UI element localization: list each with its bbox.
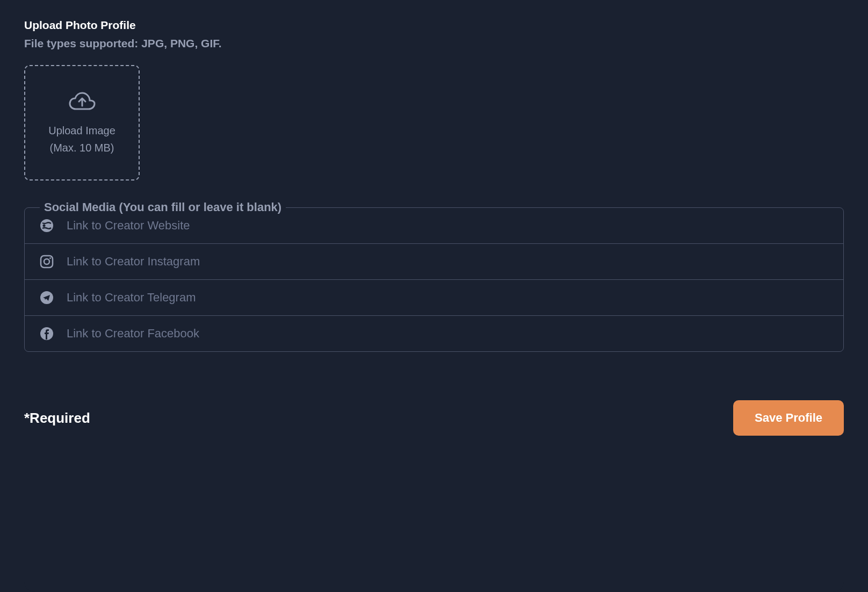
cloud-upload-icon [68,90,96,112]
telegram-input[interactable] [67,291,828,305]
svg-point-0 [40,219,53,232]
social-media-legend: Social Media (You can fill or leave it b… [40,200,286,214]
upload-image-box[interactable]: Upload Image (Max. 10 MB) [24,65,140,181]
globe-icon [40,219,54,233]
footer: *Required Save Profile [24,400,844,436]
facebook-row [25,316,843,351]
upload-heading: Upload Photo Profile [24,19,844,32]
required-label: *Required [24,410,90,427]
facebook-icon [40,327,54,341]
instagram-row [25,244,843,280]
telegram-icon [40,291,54,305]
svg-rect-2 [41,256,53,268]
telegram-row [25,280,843,316]
instagram-icon [40,255,54,269]
instagram-input[interactable] [67,255,828,269]
svg-point-1 [43,225,46,227]
social-media-fieldset: Social Media (You can fill or leave it b… [24,207,844,352]
facebook-input[interactable] [67,327,828,341]
website-input[interactable] [67,219,828,233]
svg-point-3 [44,259,49,264]
upload-text-line1: Upload Image [48,122,115,139]
upload-subheading: File types supported: JPG, PNG, GIF. [24,37,844,50]
upload-text-line2: (Max. 10 MB) [49,139,114,156]
svg-point-4 [49,257,51,259]
save-profile-button[interactable]: Save Profile [733,400,844,436]
